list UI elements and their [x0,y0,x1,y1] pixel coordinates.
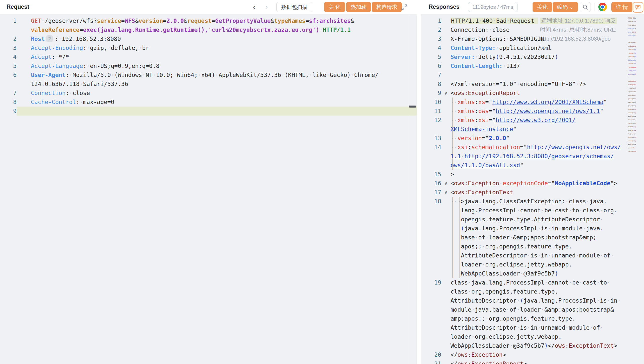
line-number [421,296,441,305]
code-token: module [562,225,583,232]
whitespace-dot: · [482,261,485,268]
hot-reload-button[interactable]: 热加载 [346,2,371,12]
code-token: X-Frame-Options: [450,36,506,42]
code-token: Connection [31,90,66,96]
code-line: 2Host?:·192.168.52.3:8080 [0,34,417,43]
whitespace-dot: · [326,72,330,78]
fold-gutter [441,215,450,224]
whitespace-dot: · [41,18,45,24]
code-text: class·java.lang.ProcessImpl·cannot·be·ca… [450,278,644,287]
fold-chevron-icon[interactable]: ∨ [441,179,450,188]
response-meta-pill: 1119bytes / 47ms [468,2,518,12]
code-token: =" [548,180,555,187]
indent-guide [453,134,453,143]
whitespace-dot: · [583,225,586,232]
code-token: cannot [520,207,541,214]
code-text: loader·org.eclipse.jetty.webapp. [450,332,644,341]
fold-chevron-icon[interactable]: ∨ [441,88,450,98]
code-text: X-Frame-Options:·SAMEORIGIN [450,34,644,43]
minimap-token: 2.0.0 [633,63,636,64]
fold-gutter [441,98,450,107]
code-line: class·org.opengis.feature.type. [421,287,644,296]
fold-gutter [441,287,450,296]
minimap-token: opengis.feature.type.AttributeDescriptor… [628,94,636,96]
minimap-line: ··xmlns:xsi="http://www.w3.org/2001/ [628,55,636,58]
code-token: > [524,360,527,364]
beautify-request-button[interactable]: 美 化 [324,2,345,12]
fold-gutter [441,260,450,269]
beautify-response-button[interactable]: 美化 [533,2,552,12]
code-token: in [541,252,548,259]
chrome-browser-icon[interactable] [598,3,607,11]
code-token: : [468,144,471,150]
line-number: 10 [421,98,441,107]
whitespace-dot: · [450,117,454,123]
code-token: version [458,135,482,141]
notes-button[interactable] [633,2,643,13]
encode-dropdown-button[interactable]: 编码 ⌄ [553,2,578,12]
whitespace-dot: · [600,207,604,214]
minimap-line: WebAppClassLoader·@3af9c5b7)</ows:Except… [628,143,636,146]
whitespace-dot: · [58,36,62,42]
request-editor[interactable]: 1GET·/geoserver/wfs?service=WFS&version=… [0,14,417,364]
response-editor[interactable]: 1HTTP/1.1·400·Bad·Request2Connection:·cl… [421,14,644,364]
fold-gutter [441,79,450,88]
code-text: ··xmlns:xsi="http://www.w3.org/2001/ [450,116,644,125]
code-token: java.lang.ProcessImpl [471,279,544,286]
whitespace-dot: · [600,324,604,331]
code-token: org.eclipse.jetty.webapp. [475,333,562,340]
toolbar-divider [595,3,595,11]
minimap-line: AttributeDescriptor·is·in·unnamed·module… [628,136,636,139]
minimap-token: exceptionCode [635,80,636,82]
construct-request-button[interactable]: 构造请求 [372,2,402,12]
code-token: service [97,18,121,24]
fold-gutter [441,278,450,287]
minimap[interactable]: HTTP/1.1·400·Bad·RequestConnection:·clos… [628,16,643,153]
line-number: 3 [421,34,441,43]
whitespace-dot: · [551,207,555,214]
code-line: valueReference=exec(java.lang.Runtime.ge… [0,25,417,34]
minimap-token: loader·org.eclipse.jetty.webapp. [628,112,636,114]
code-token: < [450,180,454,187]
history-back-icon[interactable]: ‹ [253,3,255,11]
code-line: 6User-Agent:·Mozilla/5.0·(Windows·NT·10.… [0,70,417,79]
code-token: ?> [579,81,586,87]
search-button[interactable] [580,2,591,12]
history-forward-icon[interactable]: › [265,3,268,11]
fold-chevron-icon[interactable]: ∨ [441,188,450,197]
code-token: 9.4.51.v20230217 [499,54,555,60]
code-token: xsi [478,117,489,123]
fold-gutter [441,359,450,364]
minimap-token: ows:ExceptionText [628,84,636,85]
code-token: loader [461,261,482,268]
responses-panel-title: Responses [429,4,460,10]
minimap-token: base·of·loader·&amp;apos;bootstrap&amp; [628,101,636,103]
indent-guide [453,206,453,215]
code-line: loader·org.eclipse.jetty.webapp. [421,332,644,341]
line-number: 5 [0,61,17,70]
fullscreen-icon[interactable] [401,4,408,12]
code-line: (java.lang.ProcessImpl·is·in·module·java… [421,224,644,233]
code-token: ( [496,54,499,60]
code-token: WebAppClassLoader [461,270,520,277]
code-token: class [450,288,468,295]
code-token: & [135,18,139,24]
minimap-token: class·java.lang.ProcessImpl·cannot·be·ca… [628,119,636,121]
scrollbar-thumb[interactable] [409,106,416,108]
minimap-line: base·of·loader·&amp;apos;bootstrap&amp; [628,101,636,104]
packet-scan-button[interactable]: 数据包扫描 [276,2,312,12]
help-badge[interactable]: ? [46,35,53,42]
code-text: XMLSchema-instance" [450,125,644,134]
code-token: GetPropertyValue [215,18,271,24]
detail-button[interactable]: 详 情 [611,2,632,12]
code-line: 12··xmlns:xsi="http://www.w3.org/2001/ [421,116,644,125]
code-token: Connection: [450,27,489,33]
line-number: 6 [0,70,17,79]
minimap-line: Server:·Jetty(9.4.51.v20230217) [628,30,636,34]
code-token: = [80,27,83,33]
line-number [421,161,441,170]
code-token: : [475,99,478,105]
whitespace-dot: · [548,252,551,259]
whitespace-dot: · [450,198,454,205]
code-token: org.opengis.feature.type. [471,288,558,295]
